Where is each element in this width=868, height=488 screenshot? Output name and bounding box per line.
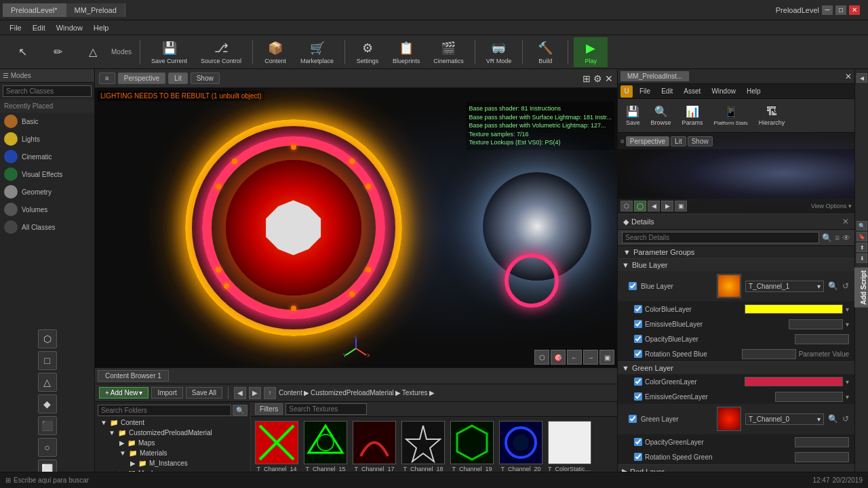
search-textures-input[interactable] [285,403,367,415]
details-search-input[interactable] [622,232,819,243]
vp-tool-4[interactable]: → [583,350,598,365]
vp-settings-btn[interactable]: ⚙ [593,73,602,84]
breadcrumb-material[interactable]: CustomizedPreloadMaterial [311,389,394,396]
sidebar-item-all-classes[interactable]: All Classes [0,218,94,236]
mat-pb1[interactable]: ⬡ [620,201,633,211]
color-blue-layer-bar[interactable] [745,304,843,314]
sidebar-icon-3[interactable]: △ [38,373,57,392]
tab-mm-preload[interactable]: MM_Preload [66,3,125,17]
right-edge-icon-3[interactable]: ⬆ [856,243,867,252]
opacity-blue-check[interactable] [634,335,642,343]
opacity-green-check[interactable] [634,438,642,446]
filters-btn[interactable]: Filters [255,403,283,415]
menu-window[interactable]: Window [51,22,88,33]
sidebar-item-geometry[interactable]: Geometry [0,183,94,201]
mat-params-btn[interactable]: 📊 Params [678,102,707,129]
blueprints-btn[interactable]: 📋 Blueprints [387,37,425,67]
tab-preload-level[interactable]: PreloadLevel* [3,3,66,17]
mat-menu-file[interactable]: File [635,86,654,96]
source-control-btn[interactable]: ⎇ Source Control [195,37,247,67]
menu-file[interactable]: File [4,22,27,33]
rotation-green-value[interactable]: -5.0 [795,452,849,462]
right-edge-icon-2[interactable]: 🔖 [856,232,867,241]
asset-t-channel-19[interactable]: T_Channel_19 [449,420,495,474]
vp-close-btn[interactable]: ✕ [605,73,613,84]
color-blue-expand-btn[interactable]: ▾ [846,306,849,313]
color-green-bar[interactable] [745,377,843,386]
rotation-blue-tooltip[interactable]: Parameter Value [799,350,849,358]
sidebar-item-cinematic[interactable]: Cinematic [0,148,94,165]
toolbar-mode-terrain[interactable]: △ [76,41,110,63]
import-btn[interactable]: Import [151,387,182,399]
green-layer-clear-btn[interactable]: ↺ [842,414,849,424]
material-instance-tab[interactable]: MM_PreloadInst... [620,71,690,81]
asset-t-channel-15[interactable]: T_Channel_15 [302,420,349,474]
asset-t-channel-18[interactable]: T_Channel_18 [400,420,446,474]
mat-menu-window[interactable]: Window [707,86,740,96]
color-blue-layer-check[interactable] [634,305,642,313]
details-close-btn[interactable]: ✕ [842,217,849,226]
green-layer-browse-btn[interactable]: 🔍 [828,414,838,424]
minimize-btn[interactable]: ─ [822,5,833,15]
folder-item-customized[interactable]: ▼ 📁 CustomizedPreloadMaterial [98,428,248,438]
mat-save-btn[interactable]: 💾 Save [622,102,644,129]
mat-pb4[interactable]: ▶ [661,201,673,211]
mat-pb3[interactable]: ◀ [648,201,660,211]
emissive-green-check[interactable] [634,392,642,401]
content-browser-tab[interactable]: Content Browser 1 [98,370,169,382]
vp-perspective-btn[interactable]: Perspective [118,73,165,84]
color-green-check[interactable] [634,378,642,386]
rotation-blue-check[interactable] [634,350,642,358]
color-green-expand-btn[interactable]: ▾ [846,378,849,386]
folder-item-content[interactable]: ▼ 📁 Content [98,418,248,428]
right-edge-icon-4[interactable]: ⬇ [856,253,867,263]
mat-menu-edit[interactable]: Edit [657,86,677,96]
vp-fullscreen-btn[interactable]: ⊞ [583,73,591,84]
rotation-blue-value[interactable]: -100.0 [742,349,796,359]
vr-mode-btn[interactable]: 🥽 VR Mode [481,37,517,67]
toolbar-mode-paint[interactable]: ✏ [41,41,75,63]
mat-pb2[interactable]: ◯ [634,201,646,211]
sidebar-item-visual-effects[interactable]: Visual Effects [0,165,94,183]
close-btn[interactable]: ✕ [849,5,860,15]
right-edge-btn-1[interactable]: ◀ [856,73,867,83]
sidebar-icon-1[interactable]: ⬡ [38,329,57,348]
blue-layer-texture-selector[interactable]: T_Channel_1 ▾ [745,281,824,292]
asset-t-channel-17[interactable]: T_Channel_17 [351,420,397,474]
vp-tool-5[interactable]: ▣ [599,350,614,365]
vp-tool-2[interactable]: 🎯 [551,350,566,365]
breadcrumb-content[interactable]: Content [279,389,302,396]
blue-layer-clear-btn[interactable]: ↺ [842,281,849,291]
mat-browse-btn[interactable]: 🔍 Browse [647,102,675,129]
emissive-green-value[interactable]: 1788.2099609 [775,392,843,402]
rotation-green-check[interactable] [634,453,642,461]
vp-tool-3[interactable]: ← [567,350,582,365]
details-list-btn[interactable]: ≡ [835,233,840,243]
material-panel-close[interactable]: ✕ [845,72,852,81]
play-btn[interactable]: ▶ Play [574,37,608,67]
opacity-green-value[interactable]: 1.0 [795,437,849,447]
vp-lit-btn[interactable]: Lit [168,73,188,84]
sidebar-item-basic[interactable]: Basic [0,113,94,130]
folder-item-m-instances[interactable]: ▶ 📁 M_Instances [98,458,248,468]
mat-menu-asset[interactable]: Asset [679,86,705,96]
nav-forward-btn[interactable]: ▶ [249,387,261,399]
mat-pb5[interactable]: ▣ [675,201,687,211]
breadcrumb-textures[interactable]: Textures [402,389,428,396]
search-folders-btn[interactable]: 🔍 [233,405,248,416]
sidebar-item-lights[interactable]: Lights [0,130,94,148]
mat-hierarchy-btn[interactable]: 🏗 Hierarchy [755,103,789,129]
asset-t-channel-14[interactable]: T_Channel_14 [254,420,300,474]
emissive-blue-expand[interactable]: ▾ [846,321,849,328]
add-script-button[interactable]: Add Script [854,268,868,308]
nav-up-btn[interactable]: ↑ [264,387,276,399]
viewport-canvas[interactable]: LIGHTING NEEDS TO BE REBUILT (1 unbuilt … [95,88,617,367]
blue-layer-header[interactable]: ▼ Blue Layer [618,259,854,271]
vp-show-btn[interactable]: Show [191,73,220,84]
menu-edit[interactable]: Edit [27,22,51,33]
nav-back-btn[interactable]: ◀ [234,387,246,399]
content-btn[interactable]: 📦 Content [258,37,292,67]
toolbar-mode-select[interactable]: ↖ [5,41,39,63]
green-layer-header[interactable]: ▼ Green Layer [618,362,854,374]
add-new-btn[interactable]: + Add New ▾ [99,387,149,399]
